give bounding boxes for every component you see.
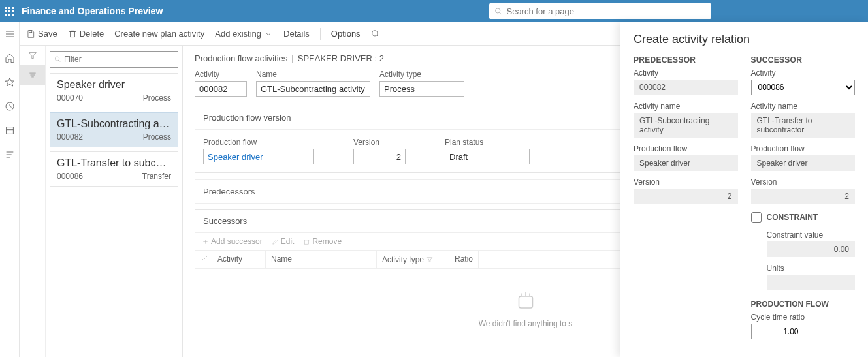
app-launcher-icon[interactable] xyxy=(5,7,14,16)
name-field[interactable] xyxy=(256,81,370,97)
type-field[interactable] xyxy=(379,81,464,97)
list-item[interactable]: GTL-Subcontracting activ... 000082Proces… xyxy=(50,112,178,147)
svg-point-20 xyxy=(55,57,59,61)
list-item[interactable]: Speaker driver 000070Process xyxy=(50,73,178,108)
svg-line-15 xyxy=(376,35,379,37)
svg-marker-26 xyxy=(427,257,432,262)
star-icon[interactable] xyxy=(5,77,15,89)
svg-rect-24 xyxy=(305,240,309,243)
nav-rail xyxy=(0,22,20,357)
filter-column xyxy=(20,46,46,357)
svg-line-21 xyxy=(59,60,60,61)
succ-production-flow: Speaker driver xyxy=(751,155,856,171)
pred-activity-name: GTL-Subcontracting activity xyxy=(634,113,738,138)
svg-line-1 xyxy=(500,12,502,14)
list-filter-input[interactable] xyxy=(64,55,174,64)
global-search-input[interactable] xyxy=(507,7,707,16)
pred-version: 2 xyxy=(634,189,738,204)
separator xyxy=(320,28,321,40)
svg-rect-13 xyxy=(70,31,74,37)
menu-icon[interactable] xyxy=(5,29,15,41)
list-item[interactable]: GTL-Transfer to subcontr... 000086Transf… xyxy=(50,151,178,187)
modules-icon[interactable] xyxy=(5,149,15,162)
list-panel: Speaker driver 000070Process GTL-Subcont… xyxy=(46,46,183,357)
units-value xyxy=(767,275,856,290)
panel-title: Create activity relation xyxy=(634,33,855,46)
svg-marker-5 xyxy=(5,78,14,86)
plan-status-field[interactable] xyxy=(445,149,530,164)
home-icon[interactable] xyxy=(5,53,15,65)
constraint-checkbox[interactable] xyxy=(751,212,762,223)
filter-icon[interactable] xyxy=(20,46,45,65)
activity-field[interactable] xyxy=(195,81,247,97)
search-icon xyxy=(494,7,502,16)
recent-icon[interactable] xyxy=(5,101,15,114)
svg-marker-16 xyxy=(29,52,36,58)
ratio-column[interactable]: Ratio xyxy=(442,251,479,268)
app-title: Finance and Operations Preview xyxy=(22,6,163,16)
workspace-icon[interactable] xyxy=(5,125,15,138)
succ-activity-select[interactable]: 000086 xyxy=(751,80,856,95)
checkbox-column[interactable] xyxy=(195,251,212,268)
svg-point-0 xyxy=(496,8,500,12)
search-icon xyxy=(54,55,61,63)
save-label: Save xyxy=(38,29,57,39)
pred-production-flow: Speaker driver xyxy=(634,155,738,171)
delete-label: Delete xyxy=(80,29,104,39)
empty-icon xyxy=(514,288,538,312)
sort-icon[interactable] xyxy=(20,65,45,85)
succ-version: 2 xyxy=(751,189,856,204)
list-item-title: GTL-Transfer to subcontr... xyxy=(57,157,171,169)
predecessor-heading: PREDECESSOR xyxy=(634,55,738,65)
list-filter[interactable] xyxy=(50,51,178,68)
add-successor-button[interactable]: Add successor xyxy=(202,237,263,246)
successor-heading: SUCCESSOR xyxy=(751,55,856,65)
constraint-label: CONSTRAINT xyxy=(767,213,818,222)
svg-point-14 xyxy=(372,30,377,35)
global-search[interactable] xyxy=(489,3,711,19)
succ-activity-name: GTL-Transfer to subcontractor xyxy=(751,113,856,138)
svg-rect-7 xyxy=(6,127,13,134)
type-label: Activity type xyxy=(379,70,464,79)
production-flow-field[interactable] xyxy=(203,149,314,164)
svg-rect-12 xyxy=(29,30,32,32)
list-item-title: GTL-Subcontracting activ... xyxy=(57,118,171,130)
delete-button[interactable]: Delete xyxy=(68,29,104,39)
cycle-time-ratio-input[interactable] xyxy=(751,324,803,339)
chevron-down-icon xyxy=(264,29,273,39)
add-existing-button[interactable]: Add existing xyxy=(215,29,273,39)
options-button[interactable]: Options xyxy=(331,29,361,39)
name-label: Name xyxy=(256,70,370,79)
name-column[interactable]: Name xyxy=(266,251,377,268)
activity-column[interactable]: Activity xyxy=(212,251,266,268)
type-column[interactable]: Activity type xyxy=(377,251,442,268)
save-button[interactable]: Save xyxy=(26,29,57,39)
production-flow-heading: PRODUCTION FLOW xyxy=(751,300,856,309)
constraint-value: 0.00 xyxy=(767,241,856,257)
details-button[interactable]: Details xyxy=(283,29,310,39)
list-item-title: Speaker driver xyxy=(57,79,171,91)
activity-label: Activity xyxy=(195,70,247,79)
pred-activity: 000082 xyxy=(634,80,738,95)
remove-button[interactable]: Remove xyxy=(303,237,342,246)
version-field[interactable] xyxy=(353,149,406,164)
create-plan-activity-button[interactable]: Create new plan activity xyxy=(114,29,204,39)
action-search-icon[interactable] xyxy=(371,29,380,39)
svg-rect-27 xyxy=(519,296,532,308)
filter-icon xyxy=(426,256,433,263)
edit-button[interactable]: Edit xyxy=(272,237,295,246)
create-activity-relation-panel: Create activity relation PREDECESSOR Act… xyxy=(620,22,868,357)
